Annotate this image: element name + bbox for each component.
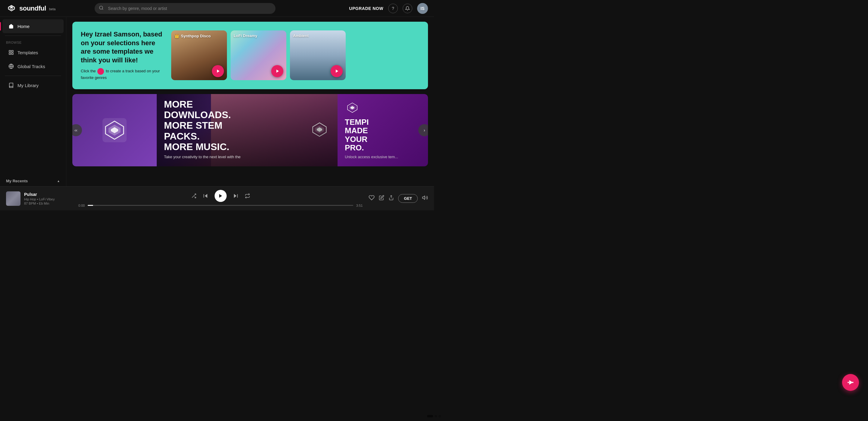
content-area: Hey Izrael Samson, based on your selecti… [66,17,434,186]
progress-fill [88,205,93,206]
promo-main-subtitle: Take your creativity to the next level w… [164,155,330,159]
search-input[interactable] [95,3,276,14]
promo-main-text-block: MORE DOWNLOADS. MORE STEM PACKS. MORE MU… [157,94,338,166]
hero-inline-soundful-icon [97,68,104,75]
template-card-synthpop-disco[interactable]: 👑 Synthpop Disco [171,30,227,80]
repeat-button[interactable] [245,193,250,199]
templates-icon [8,50,14,55]
topbar: soundful beta UPGRADE NOW ? IS [0,0,434,17]
hero-template-cards: 👑 Synthpop Disco LoFi Dreamy [171,30,420,80]
track-thumbnail [6,191,21,206]
chevron-up-icon: ▲ [57,179,60,183]
my-recents-label: My Recents [6,179,28,183]
svg-marker-23 [234,194,236,198]
track-bpm-key: 87 BPM • Eb Min [24,202,55,205]
search-bar [95,3,276,14]
search-icon [99,5,104,11]
card-label-synthpop: 👑 Synthpop Disco [174,33,211,38]
browse-label: Browse [0,38,66,45]
player-bar: Pulsar Hip Hop • LoFi Vibey 87 BPM • Eb … [0,186,434,210]
track-name: Pulsar [24,192,55,197]
hero-subtext: Click the to create a track based on you… [81,68,165,81]
svg-marker-26 [423,196,425,199]
like-button[interactable] [369,195,375,202]
sidebar-my-library-label: My Library [18,83,38,88]
volume-button[interactable] [422,195,428,202]
help-icon[interactable]: ? [388,4,398,13]
svg-rect-3 [12,50,13,52]
progress-bar[interactable] [88,205,353,206]
promo-card-main[interactable]: MORE DOWNLOADS. MORE STEM PACKS. MORE MU… [157,94,338,166]
control-buttons-group [191,190,250,202]
sidebar-item-templates[interactable]: Templates [2,45,64,59]
next-button[interactable] [233,193,239,199]
promo-banners-row: ‹‹ [72,94,428,166]
svg-point-1 [99,6,103,9]
global-tracks-icon [8,64,14,69]
logo[interactable]: soundful beta [6,3,56,14]
promo-right-subtitle: Unlock access exclusive tem... [345,155,421,159]
sidebar-global-tracks-label: Global Tracks [18,64,45,69]
time-total: 3:51 [356,204,363,207]
my-library-icon [8,83,14,88]
main-layout: Home Browse Templates Global Tracks My L… [0,17,434,186]
svg-marker-22 [219,194,222,198]
home-icon [8,24,14,29]
card-label-ambient: Ambient [293,33,309,38]
progress-row: 0:00 3:51 [79,204,363,207]
time-current: 0:00 [79,204,85,207]
share-button[interactable] [389,195,394,202]
promo-card-purple[interactable] [72,94,157,166]
player-right-controls: GET [369,194,428,203]
sidebar-item-my-library[interactable]: My Library [2,78,64,92]
card-label-lofi: LoFi Dreamy [234,33,257,38]
template-card-ambient[interactable]: Ambient [290,30,346,80]
promo-main-headline: MORE DOWNLOADS. MORE STEM PACKS. MORE MU… [164,99,330,152]
sidebar-item-global-tracks[interactable]: Global Tracks [2,59,64,73]
edit-button[interactable] [379,195,384,202]
promo-left-logo [102,118,127,142]
track-details: Pulsar Hip Hop • LoFi Vibey 87 BPM • Eb … [24,192,55,205]
sidebar-item-home[interactable]: Home [2,19,64,33]
hero-heading: Hey Izrael Samson, based on your selecti… [81,30,165,64]
sidebar: Home Browse Templates Global Tracks My L… [0,17,66,186]
get-button[interactable]: GET [398,194,418,203]
svg-marker-20 [205,194,207,198]
crown-icon: 👑 [174,33,179,38]
sidebar-home-label: Home [18,24,30,29]
logo-text: soundful [19,4,46,12]
logo-beta: beta [49,7,56,11]
hero-banner: Hey Izrael Samson, based on your selecti… [72,22,428,89]
promo-right-headline: TEMPI MADE YOUR PRO. [345,118,421,152]
notifications-icon[interactable] [403,4,412,13]
promo-card-right[interactable]: TEMPI MADE YOUR PRO. Unlock access exclu… [338,94,428,166]
sidebar-templates-label: Templates [18,50,38,55]
player-controls: 0:00 3:51 [79,190,363,207]
upgrade-button[interactable]: UPGRADE NOW [349,6,383,11]
player-track-info: Pulsar Hip Hop • LoFi Vibey 87 BPM • Eb … [6,191,72,206]
shuffle-button[interactable] [191,193,196,199]
hero-subtext-part1: Click the [81,69,96,73]
svg-rect-2 [9,50,10,52]
topbar-right: UPGRADE NOW ? IS [349,3,428,14]
svg-rect-5 [9,53,10,55]
promo-right-logo [345,101,360,114]
template-card-lofi-dreamy[interactable]: LoFi Dreamy [230,30,286,80]
track-genre: Hip Hop • LoFi Vibey [24,197,55,201]
promo-nav-right[interactable]: › [418,124,428,136]
my-recents-header[interactable]: My Recents ▲ [0,176,66,186]
previous-button[interactable] [203,193,209,199]
play-pause-button[interactable] [215,190,227,202]
svg-rect-4 [12,53,13,55]
avatar[interactable]: IS [417,3,428,14]
hero-text: Hey Izrael Samson, based on your selecti… [81,30,165,81]
